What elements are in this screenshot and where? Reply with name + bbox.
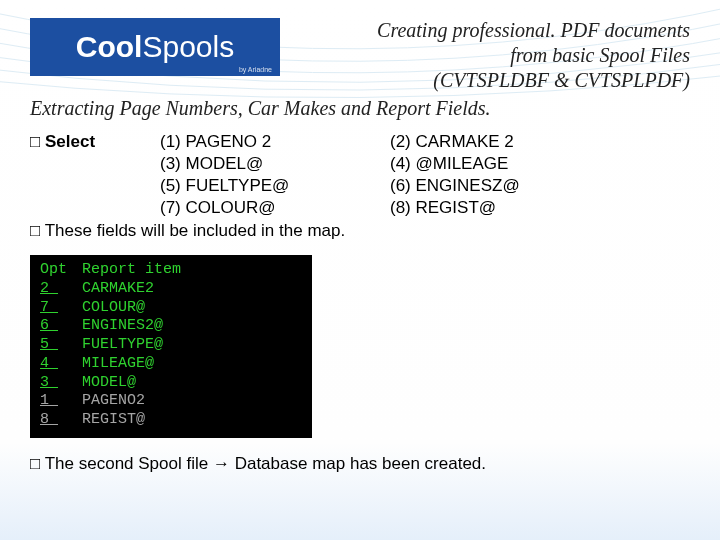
terminal-item: REGIST@ <box>82 411 145 430</box>
arrow-icon: → <box>213 454 230 473</box>
terminal-row: 8 REGIST@ <box>40 411 302 430</box>
field-3: (3) MODEL@ <box>160 154 390 174</box>
terminal-item: PAGENO2 <box>82 392 145 411</box>
terminal-screenshot: OptReport item 2 CARMAKE27 COLOUR@6 ENGI… <box>30 255 312 438</box>
terminal-head-item: Report item <box>82 261 181 280</box>
terminal-item: ENGINES2@ <box>82 317 163 336</box>
terminal-opt: 4 <box>40 355 82 374</box>
field-7: (7) COLOUR@ <box>160 198 390 218</box>
terminal-item: MILEAGE@ <box>82 355 154 374</box>
terminal-row: 3 MODEL@ <box>40 374 302 393</box>
title-line1: Creating professional. PDF documents <box>286 18 690 43</box>
terminal-head-opt: Opt <box>40 261 82 280</box>
field-list: □ Select (1) PAGENO 2 (2) CARMAKE 2 (3) … <box>30 132 690 241</box>
logo: CoolSpools by Ariadne <box>30 18 280 76</box>
fields-note: These fields will be included in the map… <box>45 221 346 240</box>
terminal-row: 1 PAGENO2 <box>40 392 302 411</box>
field-6: (6) ENGINESZ@ <box>390 176 690 196</box>
footer-post: Database map has been created. <box>230 454 486 473</box>
field-5: (5) FUELTYPE@ <box>160 176 390 196</box>
terminal-opt: 2 <box>40 280 82 299</box>
logo-byline: by Ariadne <box>239 66 272 73</box>
field-1: (1) PAGENO 2 <box>160 132 390 152</box>
logo-brand-a: Cool <box>76 30 143 63</box>
terminal-row: 4 MILEAGE@ <box>40 355 302 374</box>
terminal-row: 5 FUELTYPE@ <box>40 336 302 355</box>
terminal-header: OptReport item <box>40 261 302 280</box>
terminal-opt: 1 <box>40 392 82 411</box>
title-line3: (CVTSPLDBF & CVTSPLPDF) <box>286 68 690 93</box>
terminal-item: COLOUR@ <box>82 299 145 318</box>
terminal-item: CARMAKE2 <box>82 280 154 299</box>
terminal-opt: 8 <box>40 411 82 430</box>
header-row: CoolSpools by Ariadne Creating professio… <box>30 18 690 93</box>
footer-pre: The second Spool file <box>45 454 213 473</box>
field-4: (4) @MILEAGE <box>390 154 690 174</box>
terminal-item: MODEL@ <box>82 374 136 393</box>
terminal-row: 2 CARMAKE2 <box>40 280 302 299</box>
terminal-row: 6 ENGINES2@ <box>40 317 302 336</box>
title-line2: from basic Spool Files <box>286 43 690 68</box>
bullet-icon: □ <box>30 132 40 151</box>
terminal-opt: 5 <box>40 336 82 355</box>
terminal-row: 7 COLOUR@ <box>40 299 302 318</box>
terminal-opt: 3 <box>40 374 82 393</box>
bullet-icon: □ <box>30 454 40 473</box>
field-8: (8) REGIST@ <box>390 198 690 218</box>
bullet-icon: □ <box>30 221 40 240</box>
footer-line: □ The second Spool file → Database map h… <box>30 454 690 474</box>
title-block: Creating professional. PDF documents fro… <box>280 18 690 93</box>
subtitle: Extracting Page Numbers, Car Makes and R… <box>30 97 690 120</box>
select-label: Select <box>45 132 95 151</box>
terminal-opt: 7 <box>40 299 82 318</box>
field-2: (2) CARMAKE 2 <box>390 132 690 152</box>
slide: CoolSpools by Ariadne Creating professio… <box>0 0 720 540</box>
terminal-opt: 6 <box>40 317 82 336</box>
terminal-item: FUELTYPE@ <box>82 336 163 355</box>
logo-brand-b: Spools <box>142 30 234 63</box>
